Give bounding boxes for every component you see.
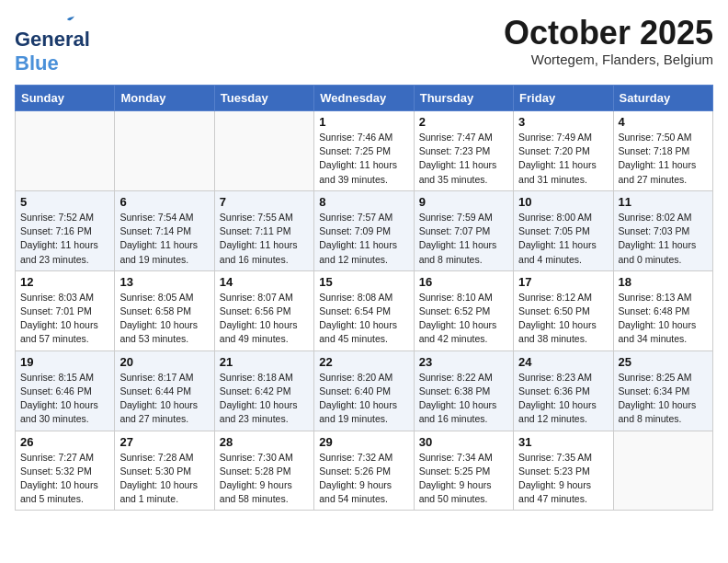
table-cell: 13Sunrise: 8:05 AMSunset: 6:58 PMDayligh… xyxy=(115,270,214,350)
page-header: General Blue October 2025 Wortegem, Flan… xyxy=(15,15,713,75)
day-info: Sunrise: 8:05 AMSunset: 6:58 PMDaylight:… xyxy=(119,291,209,347)
logo-general: General xyxy=(15,28,90,52)
logo-bird-icon xyxy=(59,13,75,26)
table-cell xyxy=(115,111,214,191)
table-cell: 27Sunrise: 7:28 AMSunset: 5:30 PMDayligh… xyxy=(115,431,214,511)
day-number: 4 xyxy=(619,115,708,129)
col-thursday: Thursday xyxy=(414,86,513,111)
day-number: 28 xyxy=(220,435,309,449)
day-info: Sunrise: 7:47 AMSunset: 7:23 PMDaylight:… xyxy=(419,131,508,187)
calendar-week-row: 1Sunrise: 7:46 AMSunset: 7:25 PMDaylight… xyxy=(16,111,713,191)
location-subtitle: Wortegem, Flanders, Belgium xyxy=(504,52,713,67)
day-number: 19 xyxy=(20,355,109,369)
day-info: Sunrise: 8:08 AMSunset: 6:54 PMDaylight:… xyxy=(319,291,408,347)
day-info: Sunrise: 7:57 AMSunset: 7:09 PMDaylight:… xyxy=(319,211,408,267)
table-cell xyxy=(16,111,115,191)
table-cell: 18Sunrise: 8:13 AMSunset: 6:48 PMDayligh… xyxy=(613,270,712,350)
day-info: Sunrise: 7:59 AMSunset: 7:07 PMDaylight:… xyxy=(419,211,508,267)
day-number: 24 xyxy=(518,355,608,369)
day-number: 15 xyxy=(319,275,408,289)
day-info: Sunrise: 7:52 AMSunset: 7:16 PMDaylight:… xyxy=(20,211,109,267)
table-cell xyxy=(613,431,712,511)
table-cell: 22Sunrise: 8:20 AMSunset: 6:40 PMDayligh… xyxy=(314,350,414,431)
table-cell: 11Sunrise: 8:02 AMSunset: 7:03 PMDayligh… xyxy=(613,190,712,270)
day-info: Sunrise: 7:50 AMSunset: 7:18 PMDaylight:… xyxy=(619,131,708,187)
table-cell: 21Sunrise: 8:18 AMSunset: 6:42 PMDayligh… xyxy=(214,350,313,431)
day-number: 31 xyxy=(518,435,608,449)
table-cell: 17Sunrise: 8:12 AMSunset: 6:50 PMDayligh… xyxy=(514,270,613,350)
col-saturday: Saturday xyxy=(613,86,712,111)
day-number: 5 xyxy=(20,195,109,209)
day-number: 13 xyxy=(119,275,209,289)
calendar-table: Sunday Monday Tuesday Wednesday Thursday… xyxy=(15,85,713,511)
day-number: 12 xyxy=(20,275,109,289)
day-info: Sunrise: 7:49 AMSunset: 7:20 PMDaylight:… xyxy=(518,131,608,187)
col-tuesday: Tuesday xyxy=(214,86,313,111)
day-info: Sunrise: 8:00 AMSunset: 7:05 PMDaylight:… xyxy=(518,211,608,267)
table-cell: 1Sunrise: 7:46 AMSunset: 7:25 PMDaylight… xyxy=(314,111,414,191)
day-info: Sunrise: 7:46 AMSunset: 7:25 PMDaylight:… xyxy=(319,131,408,187)
logo: General Blue xyxy=(15,15,90,75)
day-info: Sunrise: 8:25 AMSunset: 6:34 PMDaylight:… xyxy=(619,371,708,427)
day-info: Sunrise: 8:23 AMSunset: 6:36 PMDaylight:… xyxy=(518,371,608,427)
day-number: 16 xyxy=(419,275,508,289)
calendar-header-row: Sunday Monday Tuesday Wednesday Thursday… xyxy=(16,86,713,111)
table-cell: 16Sunrise: 8:10 AMSunset: 6:52 PMDayligh… xyxy=(414,270,513,350)
day-info: Sunrise: 8:15 AMSunset: 6:46 PMDaylight:… xyxy=(20,371,109,427)
day-number: 2 xyxy=(419,115,508,129)
day-number: 29 xyxy=(319,435,408,449)
table-cell: 5Sunrise: 7:52 AMSunset: 7:16 PMDaylight… xyxy=(16,190,115,270)
day-info: Sunrise: 7:30 AMSunset: 5:28 PMDaylight:… xyxy=(220,451,309,507)
day-info: Sunrise: 8:12 AMSunset: 6:50 PMDaylight:… xyxy=(518,291,608,347)
day-number: 8 xyxy=(319,195,408,209)
col-wednesday: Wednesday xyxy=(314,86,414,111)
table-cell: 25Sunrise: 8:25 AMSunset: 6:34 PMDayligh… xyxy=(613,350,712,431)
table-cell: 29Sunrise: 7:32 AMSunset: 5:26 PMDayligh… xyxy=(314,431,414,511)
table-cell: 12Sunrise: 8:03 AMSunset: 7:01 PMDayligh… xyxy=(16,270,115,350)
day-info: Sunrise: 8:10 AMSunset: 6:52 PMDaylight:… xyxy=(419,291,508,347)
table-cell: 8Sunrise: 7:57 AMSunset: 7:09 PMDaylight… xyxy=(314,190,414,270)
day-number: 27 xyxy=(119,435,209,449)
table-cell: 31Sunrise: 7:35 AMSunset: 5:23 PMDayligh… xyxy=(514,431,613,511)
table-cell: 24Sunrise: 8:23 AMSunset: 6:36 PMDayligh… xyxy=(514,350,613,431)
day-info: Sunrise: 7:54 AMSunset: 7:14 PMDaylight:… xyxy=(119,211,209,267)
col-monday: Monday xyxy=(115,86,214,111)
day-info: Sunrise: 8:20 AMSunset: 6:40 PMDaylight:… xyxy=(319,371,408,427)
calendar-week-row: 26Sunrise: 7:27 AMSunset: 5:32 PMDayligh… xyxy=(16,431,713,511)
table-cell: 10Sunrise: 8:00 AMSunset: 7:05 PMDayligh… xyxy=(514,190,613,270)
logo-blue: Blue xyxy=(15,52,59,75)
table-cell: 6Sunrise: 7:54 AMSunset: 7:14 PMDaylight… xyxy=(115,190,214,270)
table-cell: 4Sunrise: 7:50 AMSunset: 7:18 PMDaylight… xyxy=(613,111,712,191)
day-number: 22 xyxy=(319,355,408,369)
col-friday: Friday xyxy=(514,86,613,111)
day-info: Sunrise: 7:34 AMSunset: 5:25 PMDaylight:… xyxy=(419,451,508,507)
month-title: October 2025 xyxy=(504,15,713,52)
day-number: 6 xyxy=(119,195,209,209)
day-info: Sunrise: 7:55 AMSunset: 7:11 PMDaylight:… xyxy=(220,211,309,267)
day-info: Sunrise: 8:07 AMSunset: 6:56 PMDaylight:… xyxy=(220,291,309,347)
table-cell: 9Sunrise: 7:59 AMSunset: 7:07 PMDaylight… xyxy=(414,190,513,270)
day-number: 26 xyxy=(20,435,109,449)
day-info: Sunrise: 8:18 AMSunset: 6:42 PMDaylight:… xyxy=(220,371,309,427)
table-cell: 3Sunrise: 7:49 AMSunset: 7:20 PMDaylight… xyxy=(514,111,613,191)
day-info: Sunrise: 7:27 AMSunset: 5:32 PMDaylight:… xyxy=(20,451,109,507)
table-cell: 20Sunrise: 8:17 AMSunset: 6:44 PMDayligh… xyxy=(115,350,214,431)
table-cell: 19Sunrise: 8:15 AMSunset: 6:46 PMDayligh… xyxy=(16,350,115,431)
day-info: Sunrise: 7:28 AMSunset: 5:30 PMDaylight:… xyxy=(119,451,209,507)
day-number: 7 xyxy=(220,195,309,209)
calendar-week-row: 12Sunrise: 8:03 AMSunset: 7:01 PMDayligh… xyxy=(16,270,713,350)
calendar-week-row: 19Sunrise: 8:15 AMSunset: 6:46 PMDayligh… xyxy=(16,350,713,431)
table-cell: 2Sunrise: 7:47 AMSunset: 7:23 PMDaylight… xyxy=(414,111,513,191)
day-number: 18 xyxy=(619,275,708,289)
table-cell: 28Sunrise: 7:30 AMSunset: 5:28 PMDayligh… xyxy=(214,431,313,511)
day-number: 1 xyxy=(319,115,408,129)
day-number: 21 xyxy=(220,355,309,369)
day-number: 10 xyxy=(518,195,608,209)
day-info: Sunrise: 7:35 AMSunset: 5:23 PMDaylight:… xyxy=(518,451,608,507)
day-number: 23 xyxy=(419,355,508,369)
day-info: Sunrise: 8:02 AMSunset: 7:03 PMDaylight:… xyxy=(619,211,708,267)
day-number: 11 xyxy=(619,195,708,209)
table-cell: 23Sunrise: 8:22 AMSunset: 6:38 PMDayligh… xyxy=(414,350,513,431)
table-cell xyxy=(214,111,313,191)
day-info: Sunrise: 8:22 AMSunset: 6:38 PMDaylight:… xyxy=(419,371,508,427)
